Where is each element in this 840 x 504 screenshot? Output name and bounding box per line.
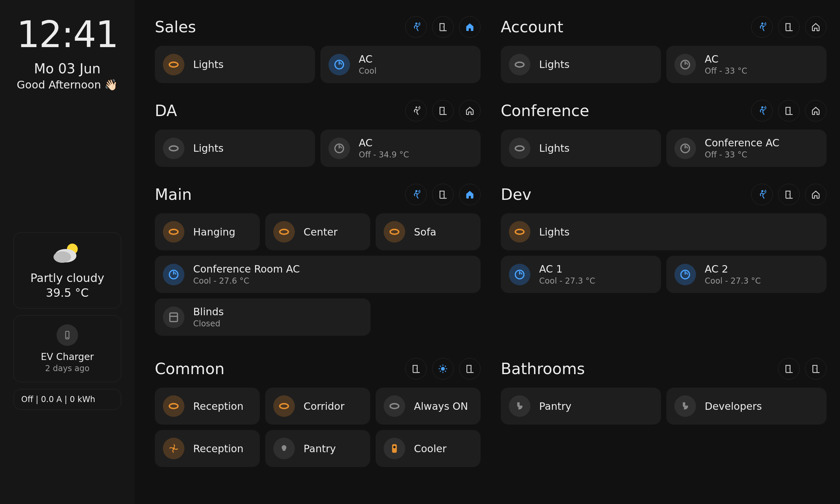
room-actions	[778, 358, 826, 379]
door-button[interactable]	[405, 358, 427, 379]
main-center[interactable]: Center	[265, 213, 370, 250]
fan-icon	[163, 438, 184, 459]
weather-temp: 39.5 °C	[46, 286, 89, 300]
ev-status: Off | 0.0 A | 0 kWh	[21, 395, 95, 404]
room-main: Main Hanging Center Sofa C	[155, 184, 481, 341]
card-title: Lights	[539, 142, 570, 154]
cooler-icon	[383, 438, 405, 459]
phone-icon	[56, 324, 78, 346]
room-title: Common	[155, 360, 225, 378]
room-actions	[405, 100, 481, 122]
ring-icon	[163, 395, 184, 417]
door-button[interactable]	[778, 16, 800, 38]
main-sofa[interactable]: Sofa	[376, 213, 481, 250]
main-content: Sales Lights AC Cool Account Lights	[135, 0, 840, 504]
bulb-icon	[273, 438, 295, 459]
common-pantry[interactable]: Pantry	[265, 430, 370, 467]
card-title: Conference AC	[705, 137, 780, 149]
thermo-icon	[509, 264, 530, 285]
card-title: Pantry	[539, 400, 571, 412]
home-button[interactable]	[805, 184, 826, 205]
bright-active-button[interactable]	[432, 358, 454, 379]
door-button[interactable]	[778, 100, 800, 122]
blinds-icon	[163, 306, 184, 328]
motion-active-button[interactable]	[751, 100, 773, 122]
common-reception-fan[interactable]: Reception	[155, 430, 260, 467]
main-blinds[interactable]: Blinds Closed	[155, 299, 371, 336]
da-ac[interactable]: AC Off - 34.9 °C	[320, 129, 481, 167]
motion-button[interactable]	[405, 100, 427, 122]
thermo-icon	[328, 138, 350, 159]
main-confac[interactable]: Conference Room AC Cool - 27.6 °C	[155, 256, 481, 293]
thermo-icon	[675, 264, 696, 285]
home-active-button[interactable]	[459, 184, 481, 205]
common-reception[interactable]: Reception	[155, 388, 260, 425]
motion-active-button[interactable]	[751, 184, 773, 205]
dev-lights[interactable]: Lights	[501, 213, 826, 250]
room-conference: Conference Lights Conference AC Off - 33…	[501, 100, 826, 167]
door-button[interactable]	[432, 16, 454, 38]
common-cooler[interactable]: Cooler	[376, 430, 481, 467]
door-button[interactable]	[805, 358, 826, 379]
card-title: Reception	[193, 443, 243, 454]
room-actions	[405, 16, 481, 38]
motion-active-button[interactable]	[751, 16, 773, 38]
sales-ac[interactable]: AC Cool	[320, 46, 481, 83]
ev-title: EV Charger	[41, 351, 94, 362]
main-hanging[interactable]: Hanging	[155, 213, 260, 250]
bath-dev[interactable]: Developers	[666, 388, 826, 425]
room-title: Sales	[155, 18, 196, 36]
ring-icon	[273, 395, 295, 417]
ring-icon	[163, 54, 184, 75]
home-active-button[interactable]	[459, 16, 481, 38]
partly-cloudy-icon	[52, 241, 83, 265]
bath-pantry[interactable]: Pantry	[501, 388, 661, 425]
card-title: Lights	[193, 142, 224, 154]
ev-charger-card[interactable]: EV Charger 2 days ago	[14, 315, 121, 382]
account-lights[interactable]: Lights	[501, 46, 661, 83]
weather-condition: Partly cloudy	[30, 271, 104, 285]
room-actions	[405, 358, 481, 379]
da-lights[interactable]: Lights	[155, 129, 315, 167]
motion-active-button[interactable]	[405, 184, 427, 205]
svg-point-21	[54, 251, 71, 263]
dev-ac2[interactable]: AC 2 Cool - 27.3 °C	[666, 256, 826, 293]
ring-icon	[163, 221, 184, 242]
home-button[interactable]	[805, 16, 826, 38]
door-button[interactable]	[778, 358, 800, 379]
common-always[interactable]: Always ON	[376, 388, 481, 425]
home-button[interactable]	[459, 100, 481, 122]
common-corridor[interactable]: Corridor	[265, 388, 370, 425]
room-account: Account Lights AC Off - 33 °C	[501, 16, 826, 83]
thermo-icon	[675, 54, 696, 75]
motion-active-button[interactable]	[405, 16, 427, 38]
sidebar: 12:41 Mo 03 Jun Good Afternoon 👋🏻 Partly…	[0, 0, 135, 504]
door-button[interactable]	[432, 184, 454, 205]
card-title: AC	[359, 137, 409, 149]
conf-lights[interactable]: Lights	[501, 129, 661, 167]
thermo-icon	[328, 54, 350, 75]
door-button[interactable]	[778, 184, 800, 205]
date: Mo 03 Jun	[34, 61, 101, 76]
home-button[interactable]	[805, 100, 826, 122]
room-title: Bathrooms	[501, 360, 585, 378]
weather-card[interactable]: Partly cloudy 39.5 °C	[14, 233, 121, 308]
door-button[interactable]	[432, 100, 454, 122]
toilet-icon	[509, 395, 530, 417]
card-title: Hanging	[193, 226, 235, 238]
conf-ac[interactable]: Conference AC Off - 33 °C	[666, 129, 826, 167]
ring-icon	[509, 221, 530, 242]
dev-ac1[interactable]: AC 1 Cool - 27.3 °C	[501, 256, 661, 293]
room-title: Conference	[501, 102, 589, 120]
door-button[interactable]	[459, 358, 481, 379]
card-title: Blinds	[193, 306, 224, 318]
wave-icon: 👋🏻	[104, 78, 118, 91]
card-title: AC	[705, 53, 747, 65]
room-title: Dev	[501, 185, 531, 203]
card-sub: Cool	[359, 66, 377, 76]
ev-status-card[interactable]: Off | 0.0 A | 0 kWh	[14, 389, 121, 410]
sales-lights[interactable]: Lights	[155, 46, 315, 83]
card-title: Lights	[193, 58, 224, 70]
account-ac[interactable]: AC Off - 33 °C	[666, 46, 826, 83]
room-title: Main	[155, 185, 192, 203]
